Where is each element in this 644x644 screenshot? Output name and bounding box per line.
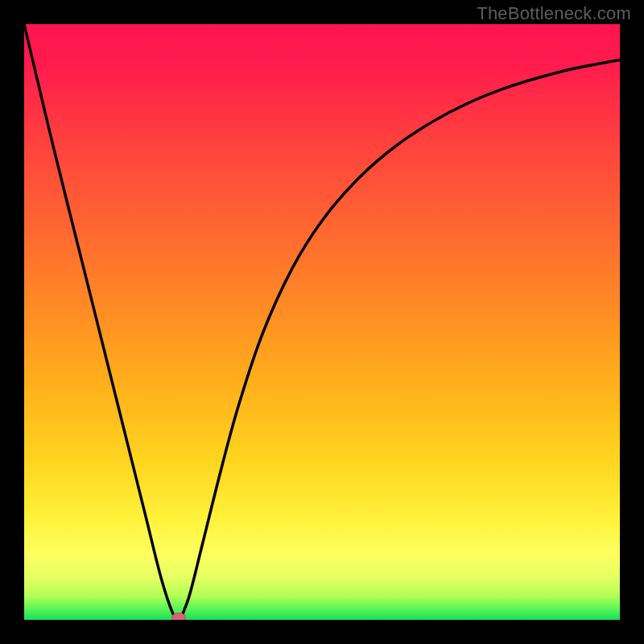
watermark-text: TheBottleneck.com <box>477 3 631 24</box>
bottleneck-curve-path <box>24 24 620 620</box>
curve-layer <box>24 24 620 620</box>
minimum-point-marker <box>171 613 186 620</box>
plot-area <box>24 24 620 620</box>
chart-frame: TheBottleneck.com <box>0 0 644 644</box>
